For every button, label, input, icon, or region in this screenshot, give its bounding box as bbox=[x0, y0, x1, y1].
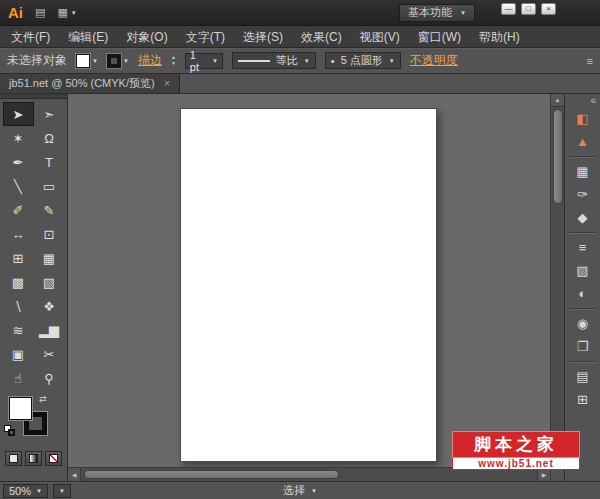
swap-fill-stroke-icon[interactable]: ⇄ bbox=[39, 394, 47, 404]
brush-definition-dropdown[interactable]: • 5 点圆形 ▼ bbox=[325, 52, 401, 69]
scroll-up-button[interactable]: ▲ bbox=[551, 94, 564, 107]
symbols-panel-icon[interactable]: ◆ bbox=[569, 207, 597, 228]
zoom-dropdown[interactable]: 50% ▼ bbox=[3, 484, 48, 498]
zoom-tool[interactable]: ⚲ bbox=[34, 366, 65, 390]
transparency-panel-icon[interactable]: ◐ bbox=[569, 283, 597, 304]
selection-tool[interactable]: ➤ bbox=[3, 102, 34, 126]
bridge-icon[interactable]: ▤ bbox=[35, 6, 45, 19]
menu-edit[interactable]: 编辑(E) bbox=[59, 26, 117, 48]
shape-builder-tool[interactable]: ⊞ bbox=[3, 246, 34, 270]
pen-tool[interactable]: ✒ bbox=[3, 150, 34, 174]
menu-help[interactable]: 帮助(H) bbox=[470, 26, 529, 48]
pencil-tool[interactable]: ✎ bbox=[34, 198, 65, 222]
width-profile-dropdown[interactable]: 等比 ▼ bbox=[232, 52, 316, 69]
control-panel-menu-icon[interactable]: ≡ bbox=[587, 55, 593, 67]
width-tool[interactable]: ↔ bbox=[3, 222, 34, 246]
menu-object[interactable]: 对象(O) bbox=[117, 26, 176, 48]
none-mode-button[interactable] bbox=[45, 451, 62, 466]
app-logo: Ai bbox=[8, 4, 23, 21]
line-segment-tool[interactable]: ╲ bbox=[3, 174, 34, 198]
none-mode-icon bbox=[49, 454, 58, 463]
menu-view[interactable]: 视图(V) bbox=[351, 26, 409, 48]
gradient-mode-button[interactable] bbox=[25, 451, 42, 466]
vertical-scroll-thumb[interactable] bbox=[553, 109, 563, 204]
brush-name-label: 5 点圆形 bbox=[341, 53, 383, 68]
caret-down-icon: ▼ bbox=[59, 488, 65, 494]
dock-separator bbox=[569, 308, 597, 309]
slice-tool[interactable]: ✂ bbox=[34, 342, 65, 366]
eyedropper-tool[interactable]: ∖ bbox=[3, 294, 34, 318]
titlebar: Ai ▤ ▦ ▼ 基本功能 ▼ — □ × bbox=[0, 0, 600, 26]
appearance-panel-icon[interactable]: ◉ bbox=[569, 313, 597, 334]
watermark: 脚本之家 www.jb51.net bbox=[452, 431, 580, 470]
layers-panel-icon[interactable]: ▤ bbox=[569, 366, 597, 387]
blend-tool[interactable]: ❖ bbox=[34, 294, 65, 318]
mesh-tool[interactable]: ▩ bbox=[3, 270, 34, 294]
opacity-link[interactable]: 不透明度 bbox=[410, 52, 458, 69]
brushes-panel-icon[interactable]: ✑ bbox=[569, 184, 597, 205]
width-profile-label: 等比 bbox=[276, 53, 298, 68]
fill-color-well[interactable] bbox=[9, 397, 32, 420]
stroke-panel-link[interactable]: 描边 bbox=[138, 52, 162, 69]
main-area: ➤ ➣ ✶ Ω ✒ T ╲ ▭ ✐ ✎ ↔ ⊡ ⊞ ▦ ▩ ▧ ∖ ❖ ≋ ▂▆ bbox=[0, 94, 600, 481]
perspective-grid-tool[interactable]: ▦ bbox=[34, 246, 65, 270]
selection-status-label: 未选择对象 bbox=[7, 52, 67, 69]
horizontal-scroll-thumb[interactable] bbox=[84, 470, 339, 479]
caret-down-icon: ▼ bbox=[311, 488, 317, 494]
menu-type[interactable]: 文字(T) bbox=[177, 26, 234, 48]
stroke-color-control[interactable]: ▼ bbox=[107, 54, 129, 68]
vertical-scrollbar: ▲ ▼ bbox=[550, 94, 564, 467]
scroll-left-button[interactable]: ◀ bbox=[68, 468, 81, 481]
arrange-documents-icon[interactable]: ▦ ▼ bbox=[57, 6, 76, 19]
stroke-panel-icon[interactable]: ≡ bbox=[569, 237, 597, 258]
menu-file[interactable]: 文件(F) bbox=[2, 26, 59, 48]
fill-color-control[interactable]: ▼ bbox=[76, 54, 98, 68]
menu-effect[interactable]: 效果(C) bbox=[292, 26, 351, 48]
color-mode-button[interactable] bbox=[5, 451, 22, 466]
free-transform-tool[interactable]: ⊡ bbox=[34, 222, 65, 246]
menubar: 文件(F) 编辑(E) 对象(O) 文字(T) 选择(S) 效果(C) 视图(V… bbox=[0, 26, 600, 48]
artboards-panel-icon[interactable]: ⊞ bbox=[569, 389, 597, 410]
paintbrush-tool[interactable]: ✐ bbox=[3, 198, 34, 222]
close-button[interactable]: × bbox=[541, 3, 556, 15]
swatches-panel-icon[interactable]: ▦ bbox=[569, 161, 597, 182]
gradient-tool[interactable]: ▧ bbox=[34, 270, 65, 294]
rectangle-tool[interactable]: ▭ bbox=[34, 174, 65, 198]
direct-selection-tool[interactable]: ➣ bbox=[34, 102, 65, 126]
illustrator-window: Ai ▤ ▦ ▼ 基本功能 ▼ — □ × 文件(F) 编辑(E) 对象(O) … bbox=[0, 0, 600, 499]
color-panel-icon[interactable]: ◧ bbox=[569, 108, 597, 129]
artboard-nav-dropdown[interactable]: ▼ bbox=[53, 484, 71, 498]
symbol-sprayer-tool[interactable]: ≋ bbox=[3, 318, 34, 342]
panel-dock: « ◧ ▲ ▦ ✑ ◆ ≡ ▧ ◐ ◉ ❐ ▤ ⊞ bbox=[564, 94, 600, 481]
magic-wand-tool[interactable]: ✶ bbox=[3, 126, 34, 150]
color-guide-panel-icon[interactable]: ▲ bbox=[569, 131, 597, 152]
maximize-button[interactable]: □ bbox=[521, 3, 536, 15]
workspace-switcher[interactable]: 基本功能 ▼ bbox=[399, 4, 475, 22]
menu-window[interactable]: 窗口(W) bbox=[409, 26, 470, 48]
artboard-tool[interactable]: ▣ bbox=[3, 342, 34, 366]
lasso-tool[interactable]: Ω bbox=[34, 126, 65, 150]
expand-panels-icon[interactable]: « bbox=[586, 95, 600, 107]
status-display[interactable]: 选择 ▼ bbox=[283, 483, 317, 498]
column-graph-tool[interactable]: ▂▆ bbox=[34, 318, 65, 342]
document-tab[interactable]: jb51.net @ 50% (CMYK/预览) × bbox=[0, 74, 180, 93]
stroke-width-value: 1 pt bbox=[190, 49, 208, 73]
pasteboard[interactable] bbox=[68, 94, 550, 467]
stroke-width-input[interactable]: 1 pt ▼ bbox=[185, 53, 223, 69]
artboard[interactable] bbox=[180, 108, 437, 462]
dock-separator bbox=[569, 361, 597, 362]
status-tool-label: 选择 bbox=[283, 483, 305, 498]
tab-close-icon[interactable]: × bbox=[164, 78, 170, 89]
caret-down-icon: ▼ bbox=[212, 58, 218, 64]
hand-tool[interactable]: ☝ bbox=[3, 366, 34, 390]
tools-panel-grip[interactable] bbox=[0, 94, 67, 99]
caret-down-icon: ▼ bbox=[123, 58, 129, 64]
default-fill-stroke-icon[interactable] bbox=[4, 425, 16, 437]
graphic-styles-panel-icon[interactable]: ❐ bbox=[569, 336, 597, 357]
type-tool[interactable]: T bbox=[34, 150, 65, 174]
stroke-width-stepper[interactable]: ▲ ▼ bbox=[171, 55, 176, 66]
minimize-button[interactable]: — bbox=[501, 3, 516, 15]
menu-select[interactable]: 选择(S) bbox=[234, 26, 292, 48]
stroke-swatch bbox=[107, 54, 121, 68]
gradient-panel-icon[interactable]: ▧ bbox=[569, 260, 597, 281]
